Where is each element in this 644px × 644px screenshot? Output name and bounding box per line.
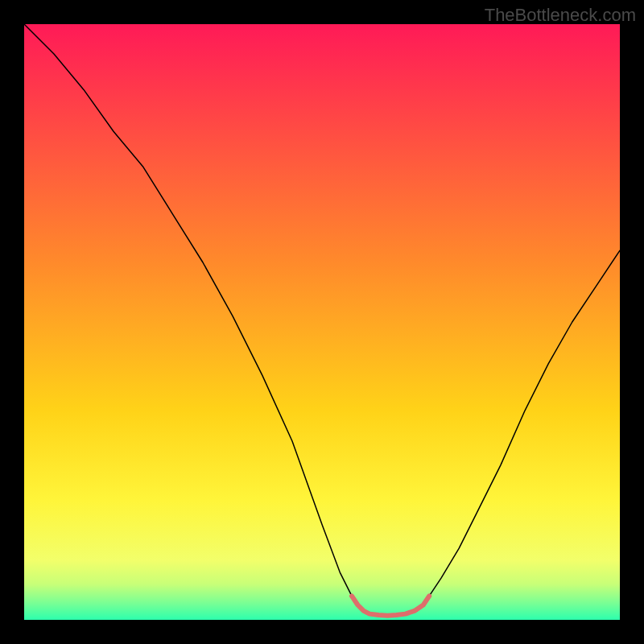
- gradient-background: [24, 24, 620, 620]
- plot-area: [24, 24, 620, 620]
- watermark: TheBottleneck.com: [485, 5, 636, 26]
- plot-svg: [24, 24, 620, 620]
- chart-container: TheBottleneck.com: [0, 0, 644, 644]
